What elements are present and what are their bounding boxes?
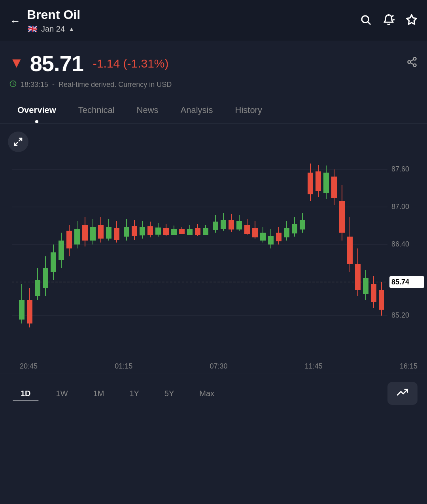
header-subtitle: 🇬🇧 Jan 24 ▲: [27, 23, 80, 34]
svg-rect-75: [213, 222, 218, 230]
favorite-icon[interactable]: [406, 14, 418, 28]
time-btn-1w[interactable]: 1W: [45, 384, 79, 403]
svg-text:85.20: 85.20: [391, 311, 409, 319]
svg-rect-81: [236, 221, 242, 229]
price-meta-description: Real-time derived. Currency in USD: [59, 81, 172, 89]
svg-rect-63: [163, 228, 169, 235]
svg-line-1: [368, 22, 370, 24]
alert-add-icon[interactable]: [383, 14, 395, 28]
time-btn-1d[interactable]: 1D: [9, 384, 42, 403]
price-meta-text: -: [52, 81, 55, 89]
tab-overview[interactable]: Overview: [6, 97, 67, 123]
svg-rect-105: [331, 177, 337, 198]
svg-rect-51: [114, 228, 119, 240]
header-title-block: Brent Oil 🇬🇧 Jan 24 ▲: [27, 8, 80, 34]
svg-rect-101: [316, 171, 321, 191]
price-change: -1.14 (-1.31%): [93, 57, 169, 70]
svg-line-10: [410, 60, 414, 62]
svg-rect-99: [308, 173, 313, 194]
svg-rect-55: [132, 226, 137, 236]
svg-rect-27: [19, 300, 25, 320]
header: ← Brent Oil 🇬🇧 Jan 24 ▲: [0, 0, 427, 41]
x-label-1: 01:15: [115, 362, 132, 370]
header-date: Jan 24: [41, 24, 65, 34]
svg-rect-79: [229, 220, 234, 229]
svg-rect-73: [203, 228, 208, 235]
back-button[interactable]: ←: [9, 15, 21, 28]
time-btn-1m[interactable]: 1M: [82, 384, 115, 403]
share-icon[interactable]: [406, 56, 418, 70]
page-title: Brent Oil: [27, 8, 80, 22]
tab-analysis[interactable]: Analysis: [170, 97, 224, 123]
tab-news[interactable]: News: [126, 97, 170, 123]
svg-rect-89: [268, 236, 274, 244]
price-timestamp: 18:33:15: [21, 81, 48, 89]
svg-rect-103: [323, 173, 329, 193]
x-label-2: 07:30: [210, 362, 227, 370]
svg-text:87.00: 87.00: [391, 203, 409, 211]
svg-rect-91: [276, 233, 282, 241]
time-range-selector: 1D 1W 1M 1Y 5Y Max: [0, 374, 427, 413]
svg-rect-59: [147, 226, 153, 235]
svg-rect-67: [179, 229, 185, 234]
svg-rect-35: [51, 252, 56, 272]
svg-rect-93: [284, 228, 289, 237]
price-row: ▼ 85.71 -1.14 (-1.31%): [9, 51, 418, 76]
candlestick-chart: 87.60 87.00 86.40 85.20 85.74: [0, 130, 427, 359]
flag-icon: 🇬🇧: [27, 23, 38, 34]
svg-rect-83: [244, 225, 250, 234]
svg-rect-111: [355, 264, 361, 290]
price-direction-icon: ▼: [9, 55, 24, 71]
caret-icon: ▲: [69, 26, 74, 32]
svg-rect-77: [221, 220, 226, 229]
header-left: ← Brent Oil 🇬🇧 Jan 24 ▲: [9, 8, 80, 34]
clock-icon: [9, 80, 17, 89]
svg-rect-41: [74, 229, 80, 244]
svg-rect-71: [195, 228, 200, 235]
svg-rect-43: [82, 225, 88, 241]
tab-technical[interactable]: Technical: [67, 97, 126, 123]
price-meta: 18:33:15 - Real-time derived. Currency i…: [9, 80, 418, 89]
svg-rect-113: [363, 278, 368, 294]
svg-text:86.40: 86.40: [391, 240, 409, 248]
expand-button[interactable]: [8, 132, 28, 152]
svg-rect-65: [171, 229, 177, 235]
svg-rect-33: [43, 268, 48, 288]
svg-line-9: [410, 63, 414, 65]
svg-rect-69: [187, 229, 193, 235]
svg-rect-97: [300, 220, 305, 229]
svg-rect-87: [260, 233, 266, 241]
svg-rect-49: [106, 227, 111, 239]
x-label-4: 16:15: [400, 362, 418, 370]
tabs-bar: Overview Technical News Analysis History: [0, 97, 427, 124]
svg-rect-37: [59, 241, 64, 260]
chart-type-button[interactable]: [387, 382, 418, 405]
x-label-0: 20:45: [20, 362, 38, 370]
svg-line-3: [392, 16, 393, 16]
svg-rect-95: [292, 224, 297, 233]
svg-rect-31: [35, 280, 40, 296]
tab-history[interactable]: History: [224, 97, 273, 123]
svg-rect-61: [155, 228, 161, 235]
chart-type-icon: [397, 387, 408, 400]
chart-x-labels: 20:45 01:15 07:30 11:45 16:15: [0, 359, 427, 374]
svg-rect-57: [140, 227, 145, 235]
x-label-3: 11:45: [305, 362, 323, 370]
price-value: 85.71: [30, 51, 83, 76]
price-left: ▼ 85.71 -1.14 (-1.31%): [9, 51, 169, 76]
price-chart: 87.60 87.00 86.40 85.20 85.74: [0, 130, 427, 359]
time-options: 1D 1W 1M 1Y 5Y Max: [9, 384, 225, 403]
svg-rect-109: [347, 237, 353, 264]
svg-rect-45: [90, 227, 96, 241]
chart-container: 87.60 87.00 86.40 85.20 85.74: [0, 124, 427, 374]
svg-rect-53: [124, 227, 129, 237]
time-btn-1y[interactable]: 1Y: [118, 384, 150, 403]
time-btn-max[interactable]: Max: [188, 384, 225, 403]
svg-rect-29: [27, 300, 32, 323]
header-icons: [360, 14, 418, 28]
svg-rect-85: [252, 228, 258, 237]
time-btn-5y[interactable]: 5Y: [153, 384, 185, 403]
price-section: ▼ 85.71 -1.14 (-1.31%) 18:33:15 - Real-t…: [0, 41, 427, 94]
svg-text:85.74: 85.74: [391, 278, 409, 286]
search-icon[interactable]: [360, 14, 372, 28]
